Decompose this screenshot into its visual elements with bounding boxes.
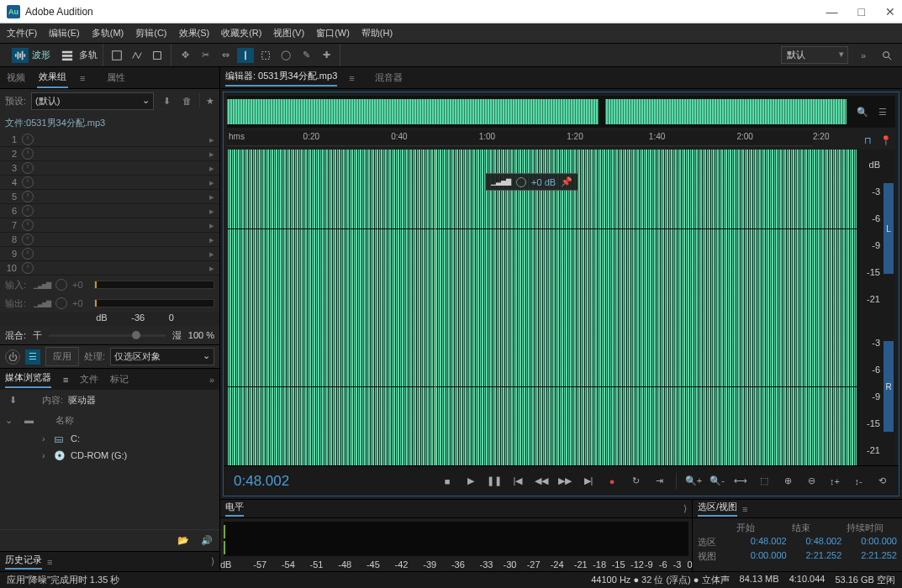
sel-start[interactable]: 0:48.002 [736, 536, 787, 549]
tab-history[interactable]: 历史记录 [5, 554, 42, 570]
menu-file[interactable]: 文件(F) [7, 27, 37, 39]
maximize-button[interactable]: □ [858, 5, 865, 18]
view-duration[interactable]: 2:21.252 [847, 550, 897, 563]
tab-properties[interactable]: 属性 [105, 68, 127, 87]
multitrack-view-button[interactable] [59, 48, 76, 63]
effect-slot[interactable]: 6▸ [0, 204, 219, 218]
tab-mixer[interactable]: 混音器 [375, 71, 403, 84]
tab-levels[interactable]: 电平 [225, 501, 244, 517]
zoom-reset-button[interactable]: ⟲ [872, 471, 892, 491]
workspace-dropdown[interactable]: 默认 [781, 46, 848, 64]
pause-button[interactable]: ❚❚ [484, 471, 504, 491]
power-icon[interactable] [22, 176, 34, 188]
zoom-in-point-button[interactable]: ⊕ [778, 471, 798, 491]
overview[interactable]: 🔍 ☰ [227, 96, 895, 128]
time-selection-tool[interactable] [237, 48, 254, 63]
effect-slot[interactable]: 5▸ [0, 190, 219, 204]
workspace-more[interactable]: » [855, 48, 872, 63]
power-icon[interactable] [22, 191, 34, 202]
panel-menu-icon[interactable]: ≡ [63, 375, 68, 385]
effect-slot[interactable]: 7▸ [0, 218, 219, 233]
view-end[interactable]: 2:21.252 [792, 550, 842, 563]
power-icon[interactable] [22, 234, 34, 245]
power-icon[interactable] [22, 262, 34, 274]
apply-button[interactable]: 应用 [45, 347, 79, 366]
power-button[interactable]: ⏻ [5, 349, 20, 365]
zoom-out-v-button[interactable]: ↕- [848, 471, 868, 491]
heal-tool[interactable]: ✚ [318, 48, 335, 63]
spectral-freq-button[interactable] [108, 48, 125, 63]
sel-end[interactable]: 0:48.002 [792, 536, 842, 549]
zoom-fit-button[interactable]: ⟷ [731, 471, 751, 491]
skip-back-button[interactable]: |◀ [508, 471, 528, 491]
import-icon[interactable]: ⬇ [5, 392, 20, 407]
playhead[interactable] [435, 150, 435, 465]
output-knob[interactable] [55, 297, 67, 309]
timecode[interactable]: 0:48.002 [230, 473, 289, 490]
delete-preset-icon[interactable]: 🗑 [179, 93, 194, 108]
power-icon[interactable] [22, 162, 34, 174]
preview-audio-icon[interactable]: 🔊 [199, 533, 214, 549]
zoom-in-h-button[interactable]: 🔍+ [683, 471, 704, 491]
spectral-pitch-button[interactable] [129, 48, 145, 63]
power-icon[interactable] [22, 219, 34, 231]
move-tool[interactable]: ✥ [177, 48, 193, 63]
effect-slot[interactable]: 2▸ [0, 147, 219, 161]
zoom-selection-button[interactable]: ⬚ [754, 471, 774, 491]
open-folder-icon[interactable]: 📂 [176, 533, 191, 549]
list-icon[interactable]: ☰ [25, 349, 40, 365]
marquee-tool[interactable] [257, 48, 274, 63]
tab-selection-view[interactable]: 选区/视图 [698, 501, 737, 517]
rewind-button[interactable]: ◀◀ [531, 471, 551, 491]
tree-item[interactable]: › 🖴 C: [0, 430, 219, 447]
collapse-icon[interactable]: ⟩ [211, 556, 214, 567]
expand-icon[interactable]: » [209, 375, 214, 385]
menu-window[interactable]: 窗口(W) [316, 27, 350, 39]
minimize-button[interactable]: — [826, 5, 838, 18]
tab-effects-rack[interactable]: 效果组 [37, 67, 68, 88]
channel-left-label[interactable]: L [884, 183, 894, 274]
effect-slot[interactable]: 9▸ [0, 247, 219, 261]
zoom-in-v-button[interactable]: ↕+ [825, 471, 845, 491]
forward-button[interactable]: ▶▶ [555, 471, 575, 491]
favorite-icon[interactable]: ★ [199, 93, 214, 108]
power-icon[interactable] [22, 134, 34, 145]
pin-icon[interactable]: 📌 [561, 176, 572, 187]
effect-slot[interactable]: 8▸ [0, 233, 219, 247]
menu-multitrack[interactable]: 多轨(M) [92, 27, 124, 39]
collapse-icon[interactable]: ⟩ [683, 503, 687, 514]
tab-markers[interactable]: 标记 [110, 373, 129, 386]
tree-item[interactable]: › 💿 CD-ROM (G:) [0, 447, 219, 464]
tab-video[interactable]: 视频 [5, 68, 27, 87]
magnet-icon[interactable]: ⊓ [860, 133, 875, 148]
input-knob[interactable] [55, 279, 67, 291]
pin-icon[interactable]: 📍 [878, 133, 894, 148]
loop-button[interactable]: ↻ [625, 471, 646, 491]
time-ruler[interactable]: hms 0:200:401:001:201:402:002:20 [227, 131, 813, 146]
close-button[interactable]: ✕ [885, 5, 895, 18]
slip-tool[interactable]: ⇔ [217, 48, 234, 63]
preset-dropdown[interactable]: (默认)⌄ [31, 92, 154, 110]
zoom-out-h-button[interactable]: 🔍- [707, 471, 727, 491]
hud-overlay[interactable]: ▁▃▅▇ +0 dB 📌 [485, 173, 578, 191]
waveform-display[interactable]: ▁▃▅▇ +0 dB 📌 [227, 150, 857, 465]
record-button[interactable]: ● [602, 471, 622, 491]
list-icon[interactable]: ☰ [875, 104, 890, 119]
power-icon[interactable] [22, 148, 34, 160]
knob-icon[interactable] [516, 177, 526, 187]
mix-slider[interactable] [49, 334, 166, 337]
panel-menu-icon[interactable]: ≡ [349, 73, 354, 83]
power-icon[interactable] [22, 248, 34, 260]
search-button[interactable] [878, 48, 895, 63]
tab-media-browser[interactable]: 媒体浏览器 [5, 371, 51, 388]
zoom-icon[interactable]: 🔍 [855, 104, 870, 119]
tab-editor[interactable]: 编辑器: 0531男34分配.mp3 [225, 70, 337, 87]
view-start[interactable]: 0:00.000 [736, 550, 787, 563]
effect-slot[interactable]: 1▸ [0, 133, 219, 147]
brush-tool[interactable]: ✎ [298, 48, 314, 63]
channel-right-label[interactable]: R [884, 341, 894, 432]
tree-caret[interactable]: ⌄ [5, 415, 13, 426]
play-button[interactable]: ▶ [461, 471, 481, 491]
menu-favorites[interactable]: 收藏夹(R) [221, 27, 261, 39]
skip-selection-button[interactable]: ⇥ [649, 471, 669, 491]
